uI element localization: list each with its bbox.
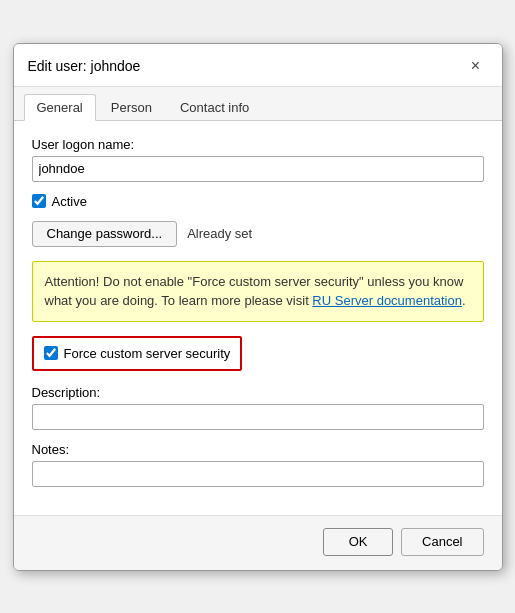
- active-checkbox-row: Active: [32, 194, 484, 209]
- active-label[interactable]: Active: [52, 194, 87, 209]
- cancel-button[interactable]: Cancel: [401, 528, 483, 556]
- dialog-footer: OK Cancel: [14, 515, 502, 570]
- description-input[interactable]: [32, 404, 484, 430]
- edit-user-dialog: Edit user: johndoe × General Person Cont…: [13, 43, 503, 571]
- tab-content: User logon name: Active Change password.…: [14, 121, 502, 515]
- description-field-group: Description:: [32, 385, 484, 430]
- ok-button[interactable]: OK: [323, 528, 393, 556]
- tab-contact-info[interactable]: Contact info: [167, 94, 262, 121]
- warning-link[interactable]: RU Server documentation: [312, 293, 462, 308]
- dialog-title: Edit user: johndoe: [28, 58, 141, 74]
- force-security-box: Force custom server security: [32, 336, 243, 371]
- logon-label: User logon name:: [32, 137, 484, 152]
- description-label: Description:: [32, 385, 484, 400]
- tab-general[interactable]: General: [24, 94, 96, 121]
- title-bar: Edit user: johndoe ×: [14, 44, 502, 87]
- warning-box: Attention! Do not enable "Force custom s…: [32, 261, 484, 322]
- logon-field-group: User logon name:: [32, 137, 484, 182]
- change-password-row: Change password... Already set: [32, 221, 484, 247]
- warning-text-part2: .: [462, 293, 466, 308]
- notes-label: Notes:: [32, 442, 484, 457]
- force-security-label[interactable]: Force custom server security: [64, 346, 231, 361]
- logon-input[interactable]: [32, 156, 484, 182]
- tab-bar: General Person Contact info: [14, 87, 502, 121]
- notes-input[interactable]: [32, 461, 484, 487]
- active-checkbox[interactable]: [32, 194, 46, 208]
- close-button[interactable]: ×: [464, 54, 488, 78]
- change-password-button[interactable]: Change password...: [32, 221, 178, 247]
- force-security-checkbox[interactable]: [44, 346, 58, 360]
- tab-person[interactable]: Person: [98, 94, 165, 121]
- notes-field-group: Notes:: [32, 442, 484, 487]
- already-set-text: Already set: [187, 226, 252, 241]
